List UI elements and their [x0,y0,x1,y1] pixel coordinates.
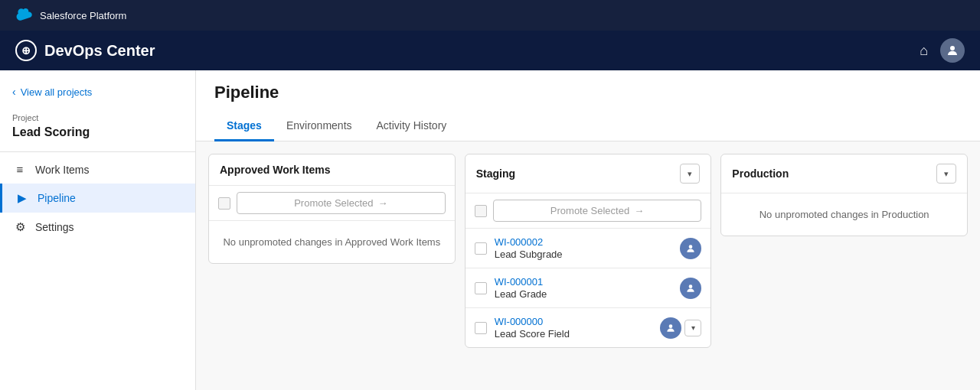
staging-promote-selected-button[interactable]: Promote Selected → [493,200,702,222]
view-all-projects-link[interactable]: ‹ View all projects [0,80,195,104]
sidebar: ‹ View all projects Project Lead Scoring… [0,70,196,390]
content-area: Pipeline Stages Environments Activity Hi… [196,70,980,390]
approved-work-items-title: Approved Work Items [220,164,330,176]
wi000002-name: Lead Subgrade [495,249,673,260]
wi000002-checkbox[interactable] [475,242,487,255]
user-profile-icon [946,44,959,57]
page-header: Pipeline Stages Environments Activity Hi… [196,70,980,141]
chevron-left-icon: ‹ [12,86,16,98]
wi000001-actions [680,278,701,299]
main-layout: ‹ View all projects Project Lead Scoring… [0,70,980,390]
salesforce-cloud-logo [12,8,34,22]
wi000002-actions [680,238,701,259]
brand-name: Salesforce Platform [40,10,126,21]
sidebar-item-pipeline[interactable]: ▶ Pipeline [0,184,195,213]
staging-arrow-right-icon: → [634,205,644,216]
view-all-projects-label: View all projects [21,86,93,98]
wi000000-info: WI-000000 Lead Score Field [495,316,653,340]
wi000002-user-icon [685,243,696,254]
production-dropdown-icon: ▾ [944,169,949,179]
sidebar-item-settings-label: Settings [35,221,74,233]
project-name: Lead Scoring [0,125,195,148]
svg-point-2 [689,284,693,288]
approved-promote-label: Promote Selected [294,197,373,209]
app-title-area: ⊕ DevOps Center [15,40,155,61]
staging-column: Staging ▾ Promote Selected → [465,154,712,348]
wi000000-dropdown-button[interactable]: ▾ [684,320,701,336]
settings-icon: ⚙ [12,220,28,234]
production-empty-message: No unpromoted changes in Production [721,193,967,236]
approved-promote-bar: Promote Selected → [209,186,455,221]
production-column: Production ▾ No unpromoted changes in Pr… [720,154,968,236]
top-nav: Salesforce Platform [0,0,980,31]
sidebar-item-pipeline-label: Pipeline [38,192,76,204]
wi000000-dropdown-icon: ▾ [691,323,695,332]
header-bar: ⊕ DevOps Center ⌂ [0,31,980,70]
tabs: Stages Environments Activity History [214,112,962,141]
work-items-icon: ≡ [12,163,28,176]
approved-work-items-column: Approved Work Items Promote Selected → N… [208,154,456,264]
production-title: Production [732,167,789,180]
wi000001-id[interactable]: WI-000001 [495,276,673,288]
production-header: Production ▾ [721,154,967,193]
staging-dropdown-button[interactable]: ▾ [680,164,700,184]
project-label: Project [0,104,195,125]
approved-work-items-header: Approved Work Items [209,154,455,186]
wi000000-id[interactable]: WI-000000 [495,316,653,327]
salesforce-brand: Salesforce Platform [12,8,126,22]
approved-select-all-checkbox[interactable] [218,197,230,210]
work-item-wi000000: WI-000000 Lead Score Field ▾ [466,308,711,347]
tab-environments[interactable]: Environments [274,112,364,141]
wi000000-user-icon [665,323,676,333]
tab-stages[interactable]: Stages [214,112,274,141]
wi000001-info: WI-000001 Lead Grade [495,276,673,300]
tab-activity-history[interactable]: Activity History [364,112,459,141]
staging-title: Staging [476,167,515,180]
wi000000-checkbox[interactable] [475,322,487,334]
page-title: Pipeline [214,83,962,102]
staging-dropdown-icon: ▾ [688,169,692,179]
arrow-right-icon: → [378,197,388,209]
devops-center-icon: ⊕ [15,40,37,61]
wi000000-actions: ▾ [660,317,701,339]
wi000001-avatar[interactable] [680,278,701,299]
sidebar-item-work-items-label: Work Items [35,164,90,176]
pipeline-icon: ▶ [15,191,30,205]
work-item-wi000001: WI-000001 Lead Grade [466,268,711,308]
wi000001-name: Lead Grade [495,288,673,300]
approved-empty-message: No unpromoted changes in Approved Work I… [209,221,455,263]
sidebar-item-work-items[interactable]: ≡ Work Items [0,155,195,184]
svg-point-3 [669,324,673,328]
wi000000-avatar[interactable] [660,317,681,339]
sidebar-item-settings[interactable]: ⚙ Settings [0,213,195,242]
sidebar-divider [0,151,195,152]
staging-select-all-checkbox[interactable] [475,205,487,217]
wi000000-name: Lead Score Field [495,328,653,340]
user-avatar-header[interactable] [940,38,965,63]
production-dropdown-button[interactable]: ▾ [936,164,956,184]
wi000002-avatar[interactable] [680,238,701,259]
header-actions: ⌂ [920,38,965,63]
wi000002-id[interactable]: WI-000002 [495,236,673,248]
approved-promote-selected-button[interactable]: Promote Selected → [237,192,446,214]
work-item-wi000002: WI-000002 Lead Subgrade [466,229,711,268]
svg-point-0 [950,46,955,50]
wi000002-info: WI-000002 Lead Subgrade [495,236,673,260]
staging-promote-bar: Promote Selected → [466,193,711,229]
staging-header: Staging ▾ [466,154,711,193]
app-title: DevOps Center [44,42,155,60]
staging-promote-label: Promote Selected [550,205,629,216]
svg-point-1 [689,245,693,249]
pipeline-body: Approved Work Items Promote Selected → N… [196,141,980,360]
wi000001-user-icon [685,283,696,294]
wi000001-checkbox[interactable] [475,282,487,294]
home-icon[interactable]: ⌂ [920,43,928,59]
